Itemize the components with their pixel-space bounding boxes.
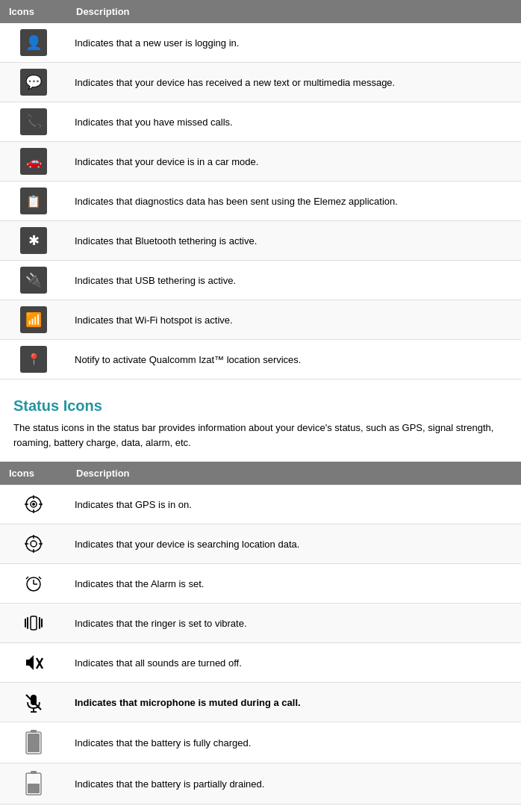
table-row: Indicates that the battery is low. xyxy=(0,805,521,813)
description-cell: Indicates that all sounds are turned off… xyxy=(67,643,521,683)
icon-cell: 🚗 xyxy=(0,142,67,182)
description-cell: Indicates that Wi-Fi hotspot is active. xyxy=(67,300,521,340)
icon-cell: 🔌 xyxy=(0,261,67,300)
description-cell: Notify to activate Qualcomm Izat™ locati… xyxy=(67,340,521,379)
status-table: Icons Description Indicates that GPS is … xyxy=(0,462,521,812)
icon-cell: 👤 xyxy=(0,23,67,63)
icon-cell xyxy=(0,805,67,813)
svg-rect-33 xyxy=(31,771,37,774)
notification-table: Icons Description 👤Indicates that a new … xyxy=(0,0,521,379)
svg-line-17 xyxy=(39,577,41,579)
table-row: Indicates that the Alarm is set. xyxy=(0,564,521,604)
table-row: 👤Indicates that a new user is logging in… xyxy=(0,23,521,63)
icon-cell xyxy=(0,722,67,763)
icon-cell xyxy=(0,564,67,604)
status-table-header-icons: Icons xyxy=(0,462,67,485)
page-wrapper: Icons Description 👤Indicates that a new … xyxy=(0,0,521,812)
description-cell: Indicates that diagnostics data has been… xyxy=(67,182,521,221)
icon-cell xyxy=(0,604,67,643)
table-row: Indicates that the battery is fully char… xyxy=(0,722,521,763)
svg-rect-18 xyxy=(31,616,37,630)
table-row: 📶Indicates that Wi-Fi hotspot is active. xyxy=(0,300,521,340)
table-row: Indicates that GPS is in on. xyxy=(0,485,521,524)
table-row: 📍Notify to activate Qualcomm Izat™ locat… xyxy=(0,340,521,379)
description-cell: Indicates that microphone is muted durin… xyxy=(67,683,521,722)
status-table-header-desc: Description xyxy=(67,462,521,485)
status-section-title: Status Icons xyxy=(13,397,508,415)
icon-cell xyxy=(0,524,67,564)
icon-cell xyxy=(0,683,67,722)
description-cell: Indicates that your device has received … xyxy=(67,63,521,102)
table-row: 🔌Indicates that USB tethering is active. xyxy=(0,261,521,300)
description-cell: Indicates that the battery is low. xyxy=(67,805,521,813)
icon-cell xyxy=(0,763,67,805)
table-row: Indicates that the battery is partially … xyxy=(0,763,521,805)
description-cell: Indicates that GPS is in on. xyxy=(67,485,521,524)
svg-rect-30 xyxy=(31,730,37,733)
description-cell: Indicates that the ringer is set to vibr… xyxy=(67,604,521,643)
description-cell: Indicates that the battery is partially … xyxy=(67,763,521,805)
description-cell: Indicates that Bluetooth tethering is ac… xyxy=(67,221,521,261)
svg-line-16 xyxy=(26,577,28,579)
svg-point-8 xyxy=(31,541,37,547)
description-cell: Indicates that the Alarm is set. xyxy=(67,564,521,604)
svg-rect-34 xyxy=(28,784,40,793)
description-cell: Indicates that USB tethering is active. xyxy=(67,261,521,300)
icon-cell: ✱ xyxy=(0,221,67,261)
description-cell: Indicates that you have missed calls. xyxy=(67,102,521,142)
table-row: Indicates that the ringer is set to vibr… xyxy=(0,604,521,643)
table-row: 💬Indicates that your device has received… xyxy=(0,63,521,102)
description-cell: Indicates that the battery is fully char… xyxy=(67,722,521,763)
table-row: Indicates that all sounds are turned off… xyxy=(0,643,521,683)
table-row: ✱Indicates that Bluetooth tethering is a… xyxy=(0,221,521,261)
icon-cell: 📍 xyxy=(0,340,67,379)
table-row: 📞Indicates that you have missed calls. xyxy=(0,102,521,142)
icon-cell: 📶 xyxy=(0,300,67,340)
description-cell: Indicates that your device is searching … xyxy=(67,524,521,564)
table-row: 🚗Indicates that your device is in a car … xyxy=(0,142,521,182)
description-cell: Indicates that a new user is logging in. xyxy=(67,23,521,63)
description-cell: Indicates that your device is in a car m… xyxy=(67,142,521,182)
icon-cell: 📋 xyxy=(0,182,67,221)
status-section-description: The status icons in the status bar provi… xyxy=(13,421,508,450)
icon-cell xyxy=(0,643,67,683)
svg-point-2 xyxy=(32,503,35,506)
icon-cell: 💬 xyxy=(0,63,67,102)
table-row: Indicates that your device is searching … xyxy=(0,524,521,564)
icon-cell xyxy=(0,485,67,524)
table-row: 📋Indicates that diagnostics data has bee… xyxy=(0,182,521,221)
svg-rect-31 xyxy=(28,734,40,752)
notif-table-header-desc: Description xyxy=(67,0,521,23)
icon-cell: 📞 xyxy=(0,102,67,142)
notif-table-header-icons: Icons xyxy=(0,0,67,23)
table-row: Indicates that microphone is muted durin… xyxy=(0,683,521,722)
